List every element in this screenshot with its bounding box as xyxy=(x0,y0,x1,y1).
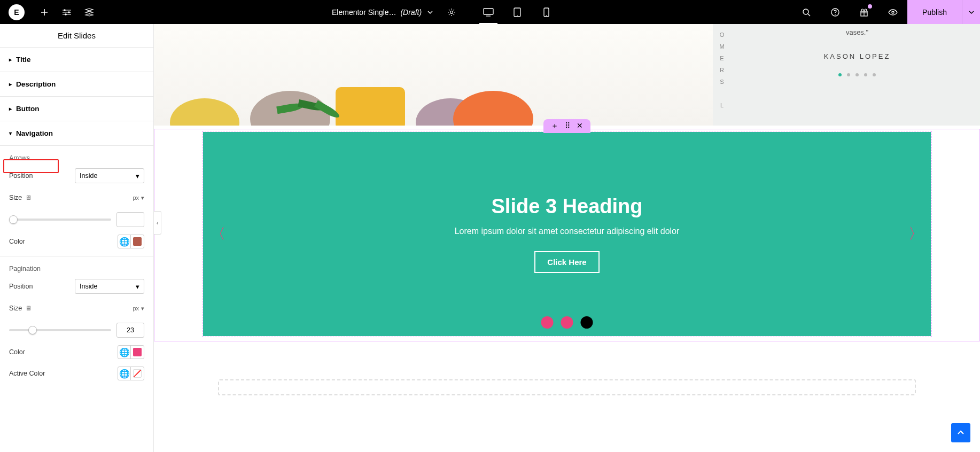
svg-point-2 xyxy=(65,13,67,15)
svg-point-11 xyxy=(835,14,836,15)
section-button-label: Button xyxy=(16,105,39,113)
logo-text: E xyxy=(9,4,25,20)
testimonial-widget: O M E R S L vases." KASON LOPEZ xyxy=(713,24,980,126)
chevron-down-icon[interactable] xyxy=(427,9,433,15)
section-navigation-label: Navigation xyxy=(16,129,53,137)
scroll-top-button[interactable] xyxy=(951,423,970,442)
slides-widget[interactable]: Slide 3 Heading Lorem ipsum dolor sit am… xyxy=(202,131,932,337)
document-title[interactable]: Elementor Single… (Draft) xyxy=(332,8,422,17)
pagination-color-label: Color xyxy=(9,348,25,356)
add-icon[interactable]: ＋ xyxy=(551,121,558,131)
pagination-position-select[interactable]: Inside▾ xyxy=(75,279,144,294)
publish-options[interactable] xyxy=(962,0,980,24)
empty-section-placeholder[interactable] xyxy=(218,379,916,395)
testimonial-quote: vases." xyxy=(745,28,969,36)
search-icon[interactable] xyxy=(792,0,821,24)
chevron-down-icon: ▾ xyxy=(136,283,139,291)
svg-rect-4 xyxy=(484,9,493,14)
slide: Slide 3 Heading Lorem ipsum dolor sit am… xyxy=(203,132,931,336)
elementor-logo[interactable]: E xyxy=(0,0,33,24)
prev-arrow[interactable]: 〈 xyxy=(211,224,225,244)
section-title[interactable]: ▸Title xyxy=(0,48,153,72)
section-description[interactable]: ▸Description xyxy=(0,72,153,97)
structure-icon[interactable] xyxy=(78,0,100,24)
canvas: ‹ O M E R S L vases. xyxy=(154,24,980,452)
publish-label: Publish xyxy=(922,8,947,17)
pagination-position-label: Position xyxy=(9,283,33,290)
svg-point-6 xyxy=(517,15,518,16)
sidebar-header: Edit Slides xyxy=(0,24,153,48)
caret-down-icon: ▾ xyxy=(9,130,12,136)
global-color-icon[interactable]: 🌐 xyxy=(118,346,131,359)
device-desktop[interactable] xyxy=(474,0,503,24)
pagination-active-color-label: Active Color xyxy=(9,370,45,377)
device-mobile[interactable] xyxy=(532,0,561,24)
doc-title-text: Elementor Single… xyxy=(332,8,396,17)
testimonial-author: KASON LOPEZ xyxy=(745,52,969,60)
chevron-down-icon: ▾ xyxy=(136,172,139,180)
global-color-icon[interactable]: 🌐 xyxy=(118,235,131,248)
responsive-icon[interactable]: 🖥 xyxy=(25,305,32,312)
pagination-active-color-swatch[interactable] xyxy=(131,367,144,380)
arrows-position-value: Inside xyxy=(80,172,97,180)
dot-1[interactable] xyxy=(541,316,554,329)
pagination-color-swatch[interactable] xyxy=(131,346,144,359)
sidebar: Edit Slides ▸Title ▸Description ▸Button … xyxy=(0,24,154,452)
pagination-size-slider[interactable] xyxy=(9,329,111,331)
section-description-label: Description xyxy=(16,80,56,88)
arrows-position-label: Position xyxy=(9,172,33,180)
responsive-icon[interactable]: 🖥 xyxy=(25,194,32,201)
svg-point-3 xyxy=(450,11,453,13)
caret-right-icon: ▸ xyxy=(9,57,12,63)
svg-point-13 xyxy=(892,11,894,13)
drag-icon[interactable]: ⠿ xyxy=(565,121,570,131)
arrows-size-unit[interactable]: px ▾ xyxy=(133,194,144,201)
pagination-size-unit[interactable]: px ▾ xyxy=(133,305,144,312)
dot-2[interactable] xyxy=(561,316,573,329)
svg-point-0 xyxy=(64,9,66,11)
caret-right-icon: ▸ xyxy=(9,81,12,87)
pagination-position-value: Inside xyxy=(80,283,97,290)
publish-button[interactable]: Publish xyxy=(907,0,962,24)
add-element-button[interactable] xyxy=(33,0,56,24)
widget-toolbar: ＋ ⠿ ✕ xyxy=(543,119,590,133)
gift-icon[interactable] xyxy=(850,0,878,24)
svg-point-1 xyxy=(68,11,70,13)
device-tablet[interactable] xyxy=(503,0,532,24)
collapse-sidebar-button[interactable]: ‹ xyxy=(154,211,161,235)
section-button[interactable]: ▸Button xyxy=(0,97,153,121)
global-color-icon[interactable]: 🌐 xyxy=(118,367,131,380)
slide-cta-button[interactable]: Click Here xyxy=(534,251,599,273)
next-arrow[interactable]: 〉 xyxy=(908,224,923,244)
section-navigation[interactable]: ▾Navigation xyxy=(0,121,153,146)
preview-icon[interactable] xyxy=(878,0,907,24)
arrows-position-select[interactable]: Inside▾ xyxy=(75,168,144,183)
pagination-size-input[interactable] xyxy=(116,323,144,338)
help-icon[interactable] xyxy=(821,0,850,24)
testimonial-dots[interactable] xyxy=(745,73,969,76)
doc-status: (Draft) xyxy=(400,8,422,17)
svg-point-9 xyxy=(803,9,808,14)
svg-point-8 xyxy=(546,15,547,16)
arrows-color-swatch[interactable] xyxy=(131,235,144,248)
gear-icon[interactable] xyxy=(447,8,456,17)
section-title-label: Title xyxy=(16,56,31,64)
vertical-text: O M E R S L xyxy=(713,24,734,108)
arrows-color-label: Color xyxy=(9,238,25,245)
close-icon[interactable]: ✕ xyxy=(577,121,583,131)
arrows-size-slider[interactable] xyxy=(9,219,111,221)
arrows-size-input[interactable] xyxy=(116,212,144,227)
slide-text: Lorem ipsum dolor sit amet consectetur a… xyxy=(455,227,680,236)
caret-right-icon: ▸ xyxy=(9,106,12,112)
slide-heading: Slide 3 Heading xyxy=(492,195,643,218)
pagination-dots xyxy=(541,316,593,329)
arrows-size-label: Size🖥 xyxy=(9,194,32,201)
topbar: E Elementor Single… (Draft) Publish xyxy=(0,0,980,24)
pagination-size-label: Size🖥 xyxy=(9,305,32,312)
dot-3[interactable] xyxy=(581,316,593,329)
arrows-heading: Arrows xyxy=(9,154,144,162)
settings-sliders-icon[interactable] xyxy=(56,0,78,24)
pagination-heading: Pagination xyxy=(9,265,144,272)
